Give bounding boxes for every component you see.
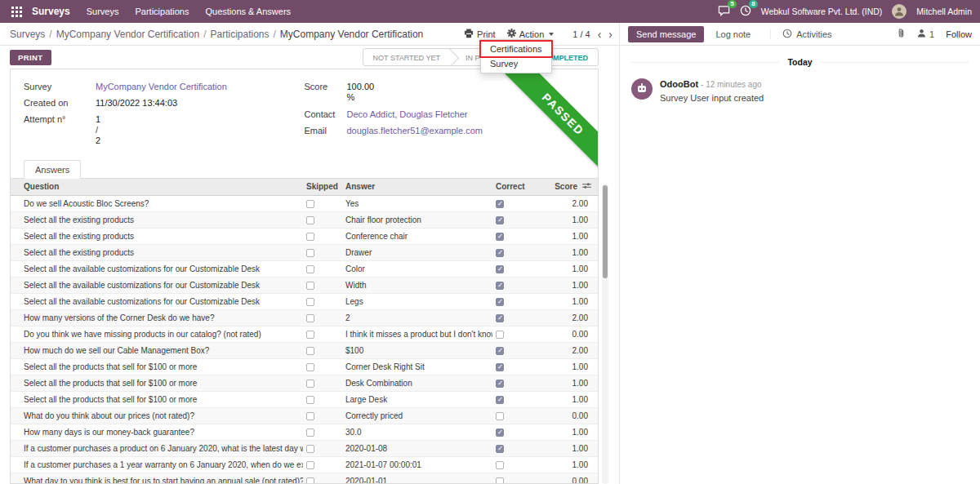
- top-menu-item[interactable]: Surveys: [78, 0, 127, 23]
- breadcrumb-item[interactable]: Participations: [210, 29, 269, 40]
- score-value: 100.00: [347, 82, 375, 92]
- correct-checkbox: [496, 412, 504, 420]
- skipped-checkbox: [306, 461, 314, 469]
- answer-cell: Desk Combination: [342, 375, 492, 391]
- topbar-right: 5 8 Webkul Software Pvt. Ltd. (IND) Mitc…: [718, 4, 972, 19]
- answer-cell: Drawer: [342, 244, 492, 260]
- schedule-activity-button[interactable]: Activities: [770, 29, 831, 40]
- attempt-number: 1: [96, 114, 100, 125]
- answer-row[interactable]: If a customer purchases a product on 6 J…: [11, 440, 598, 456]
- top-menu-item[interactable]: Participations: [127, 0, 197, 23]
- scrollbar-thumb[interactable]: [603, 185, 608, 278]
- pager-previous-icon[interactable]: ‹: [598, 29, 602, 40]
- question-cell: What do you think about our prices (not …: [11, 407, 303, 424]
- skipped-checkbox: [306, 396, 314, 404]
- app-brand[interactable]: Surveys: [32, 6, 70, 17]
- score-cell: 1.00: [537, 228, 598, 244]
- correct-checkbox: [496, 396, 504, 404]
- breadcrumb-item: MyCompany Vendor Certification: [280, 29, 423, 40]
- action-dropdown-item[interactable]: Certifications: [481, 42, 551, 56]
- column-header-answer[interactable]: Answer: [342, 179, 492, 195]
- correct-checkbox: [496, 461, 504, 469]
- column-header-correct[interactable]: Correct: [492, 179, 537, 195]
- top-navbar: Surveys SurveysParticipationsQuestions &…: [0, 0, 980, 23]
- schedule-activity-label: Activities: [796, 29, 831, 39]
- activities-bell-button[interactable]: 8: [740, 5, 751, 18]
- print-certification-button[interactable]: PRINT: [10, 50, 51, 65]
- top-menu-item[interactable]: Questions & Answers: [198, 0, 300, 23]
- company-switcher[interactable]: Webkul Software Pvt. Ltd. (IND): [761, 7, 883, 16]
- answer-row[interactable]: Select all the existing products Drawer …: [11, 244, 598, 260]
- pager: 1 / 4 ‹ ›: [572, 29, 612, 40]
- skipped-checkbox: [306, 282, 314, 290]
- answer-row[interactable]: Select all the existing products Confere…: [11, 228, 598, 244]
- answer-row[interactable]: Select all the available customizations …: [11, 293, 598, 309]
- send-message-button[interactable]: Send message: [628, 26, 704, 42]
- answer-cell: Color: [342, 260, 492, 277]
- messages-button[interactable]: 5: [718, 5, 730, 18]
- answer-row[interactable]: How many versions of the Corner Desk do …: [11, 309, 598, 326]
- log-note-button[interactable]: Log note: [710, 26, 755, 42]
- breadcrumb-item[interactable]: Surveys: [10, 29, 45, 40]
- score-cell: 1.00: [537, 277, 598, 293]
- apps-grid-icon[interactable]: [8, 7, 25, 17]
- skipped-checkbox: [306, 380, 314, 388]
- question-cell: How much do we sell our Cable Management…: [11, 342, 303, 358]
- correct-checkbox: [496, 477, 504, 484]
- date-divider-label: Today: [787, 57, 812, 67]
- action-dropdown-item[interactable]: Survey: [481, 56, 551, 71]
- user-menu[interactable]: Mitchell Admin: [916, 7, 972, 16]
- attachments-button[interactable]: [897, 28, 906, 40]
- score-cell: 1.00: [537, 456, 598, 473]
- message-author[interactable]: OdooBot: [660, 79, 698, 89]
- answer-row[interactable]: If a customer purchases a 1 year warrant…: [11, 456, 598, 473]
- score-cell: 1.00: [537, 244, 598, 260]
- contact-link[interactable]: Deco Addict, Douglas Fletcher: [347, 109, 468, 119]
- tab-answers[interactable]: Answers: [24, 160, 81, 179]
- pager-next-icon[interactable]: ›: [608, 29, 612, 40]
- correct-checkbox: [496, 314, 504, 322]
- followers-button[interactable]: 1: [917, 29, 934, 39]
- answer-row[interactable]: Do we sell Acoustic Bloc Screens? Yes 2.…: [11, 195, 598, 211]
- user-avatar[interactable]: [892, 4, 906, 19]
- column-header-skipped[interactable]: Skipped: [303, 179, 342, 195]
- answer-row[interactable]: Select all the available customizations …: [11, 277, 598, 293]
- answer-row[interactable]: Select all the products that sell for $1…: [11, 358, 598, 375]
- column-header-question[interactable]: Question: [11, 179, 303, 195]
- skipped-checkbox: [306, 445, 314, 453]
- optional-columns-icon[interactable]: [582, 182, 591, 191]
- correct-checkbox: [496, 445, 504, 453]
- skipped-checkbox: [306, 363, 314, 371]
- answer-cell: Width: [342, 277, 492, 293]
- answer-cell: 2020-01-01: [342, 473, 492, 484]
- answer-row[interactable]: What do you think about our prices (not …: [11, 407, 598, 424]
- statusbar-state[interactable]: NOT STARTED YET: [363, 49, 450, 65]
- activities-badge: 8: [749, 0, 757, 8]
- follow-button[interactable]: Follow: [946, 29, 972, 39]
- answer-cell: I think it misses a product but I don't …: [342, 326, 492, 342]
- score-cell: 1.00: [537, 391, 598, 407]
- question-cell: Select all the available customizations …: [11, 293, 303, 309]
- question-cell: How many days is our money-back guarante…: [11, 424, 303, 440]
- answer-row[interactable]: Select all the products that sell for $1…: [11, 375, 598, 391]
- vertical-scrollbar[interactable]: [602, 184, 608, 484]
- column-header-score[interactable]: Score: [555, 182, 577, 191]
- answer-row[interactable]: Do you think we have missing products in…: [11, 326, 598, 342]
- email-link[interactable]: douglas.fletcher51@example.com: [347, 126, 483, 135]
- question-cell: If a customer purchases a 1 year warrant…: [11, 456, 303, 473]
- answer-row[interactable]: Select all the products that sell for $1…: [11, 391, 598, 407]
- pager-value: 1 / 4: [572, 29, 590, 39]
- correct-checkbox: [496, 233, 504, 241]
- answer-cell: Chair floor protection: [342, 211, 492, 228]
- answer-row[interactable]: Select all the existing products Chair f…: [11, 211, 598, 228]
- answers-table-body: Do we sell Acoustic Bloc Screens? Yes 2.…: [11, 195, 598, 484]
- gear-icon: [507, 29, 516, 39]
- breadcrumb-item[interactable]: MyCompany Vendor Certification: [56, 29, 199, 40]
- survey-link[interactable]: MyCompany Vendor Certification: [96, 82, 227, 91]
- answer-row[interactable]: How much do we sell our Cable Management…: [11, 342, 598, 358]
- answer-row[interactable]: Select all the available customizations …: [11, 260, 598, 277]
- field-label-contact: Contact: [305, 109, 347, 119]
- question-cell: Select all the existing products: [11, 244, 303, 260]
- answer-row[interactable]: What day to you think is best for us to …: [11, 473, 598, 484]
- answer-row[interactable]: How many days is our money-back guarante…: [11, 424, 598, 440]
